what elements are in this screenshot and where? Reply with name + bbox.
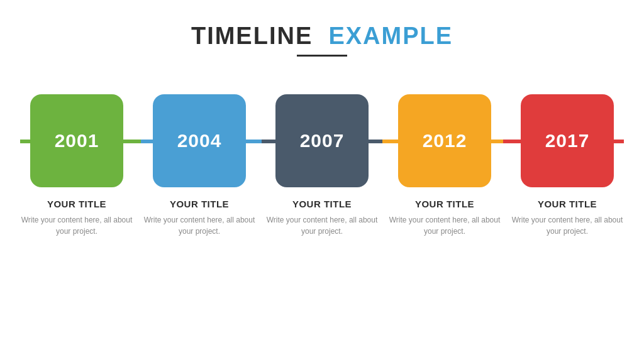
desc-2017: Write your content here, all about your …	[511, 214, 624, 237]
timeline-box-2004: 2004	[153, 94, 246, 187]
desc-2004: Write your content here, all about your …	[143, 214, 256, 237]
timeline-item-4: 2012 YOUR TITLE Write your content here,…	[388, 94, 501, 237]
title-2012: YOUR TITLE	[415, 199, 474, 209]
title-2007: YOUR TITLE	[292, 199, 352, 209]
timeline-container: 2001 YOUR TITLE Write your content here,…	[20, 94, 624, 237]
timeline-item-3: 2007 YOUR TITLE Write your content here,…	[265, 94, 379, 237]
title-part1: TIMELINE	[191, 23, 313, 49]
page-header: TIMELINE EXAMPLE	[191, 23, 453, 57]
timeline-item-2: 2004 YOUR TITLE Write your content here,…	[143, 94, 256, 237]
title-2017: YOUR TITLE	[538, 199, 597, 209]
timeline-item-5: 2017 YOUR TITLE Write your content here,…	[511, 94, 624, 237]
title-underline	[297, 55, 347, 57]
title-2001: YOUR TITLE	[47, 199, 106, 209]
timeline-box-2017: 2017	[521, 94, 614, 187]
timeline-box-2012: 2012	[398, 94, 491, 187]
year-2012: 2012	[423, 130, 467, 151]
timeline-box-2001: 2001	[30, 94, 123, 187]
timeline-item-1: 2001 YOUR TITLE Write your content here,…	[20, 94, 133, 237]
year-2001: 2001	[55, 130, 99, 151]
timeline-items: 2001 YOUR TITLE Write your content here,…	[20, 94, 624, 237]
year-2007: 2007	[300, 130, 345, 151]
year-2004: 2004	[177, 130, 222, 151]
year-2017: 2017	[545, 130, 590, 151]
desc-2007: Write your content here, all about your …	[265, 214, 379, 237]
timeline-box-2007: 2007	[275, 94, 369, 187]
title-part2: EXAMPLE	[328, 23, 453, 49]
page-title: TIMELINE EXAMPLE	[191, 23, 453, 50]
title-2004: YOUR TITLE	[170, 199, 229, 209]
desc-2001: Write your content here, all about your …	[20, 214, 133, 237]
desc-2012: Write your content here, all about your …	[388, 214, 501, 237]
